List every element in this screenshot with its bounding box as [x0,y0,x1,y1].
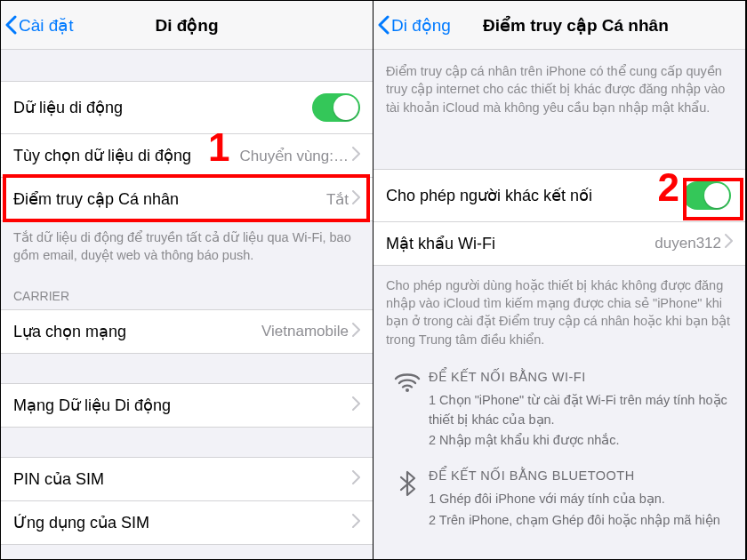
wifi-password-label: Mật khẩu Wi-Fi [386,234,655,253]
bt-inst-1: 1 Ghép đôi iPhone với máy tính của bạn. [429,490,733,509]
left-pane: Cài đặt Di động Dữ liệu di động Tùy chọn… [1,1,374,559]
wifi-icon [386,368,429,452]
hotspot-intro: Điểm truy cập cá nhân trên iPhone có thể… [374,50,745,127]
row-allow-others[interactable]: Cho phép người khác kết nối [374,169,745,222]
wifi-inst-1: 1 Chọn "iPhone" từ cài đặt Wi-Fi trên má… [429,391,733,430]
cellular-data-toggle[interactable] [312,93,360,122]
bluetooth-instructions: ĐỂ KẾT NỐI BẰNG BLUETOOTH 1 Ghép đôi iPh… [374,458,745,537]
row-data-options[interactable]: Tùy chọn dữ liệu di động Chuyển vùng:… [1,133,373,178]
row-cellular-data[interactable]: Dữ liệu di động [1,81,373,134]
row-wifi-password[interactable]: Mật khẩu Wi-Fi duyen312 [374,221,745,266]
bt-inst-title: ĐỂ KẾT NỐI BẰNG BLUETOOTH [429,467,733,486]
wifi-inst-title: ĐỂ KẾT NỐI BẰNG WI-FI [429,368,733,388]
chevron-right-icon [352,470,360,489]
allow-others-toggle[interactable] [683,181,731,210]
bt-inst-2: 2 Trên iPhone, chạm Ghép đôi hoặc nhập m… [429,511,733,531]
chevron-right-icon [352,147,360,165]
back-button[interactable]: Di động [377,15,451,36]
allow-note: Cho phép người dùng hoặc thiết bị khác k… [374,266,745,359]
row-network-selection[interactable]: Lựa chọn mạng Vietnamobile [1,309,373,354]
hotspot-value: Tắt [326,190,349,209]
navbar-left: Cài đặt Di động [1,1,373,50]
back-button[interactable]: Cài đặt [4,15,74,36]
sim-apps-label: Ứng dụng của SIM [13,513,352,532]
navbar-right: Di động Điểm truy cập Cá nhân [374,1,745,50]
cellular-data-label: Dữ liệu di động [13,98,312,117]
chevron-right-icon [352,514,360,532]
row-sim-apps[interactable]: Ứng dụng của SIM [1,500,373,545]
right-pane: Di động Điểm truy cập Cá nhân Điểm truy … [374,1,746,559]
svg-point-0 [406,388,409,392]
bluetooth-icon [386,467,429,532]
wifi-password-value: duyen312 [655,235,721,252]
data-options-label: Tùy chọn dữ liệu di động [13,146,240,165]
hotspot-label: Điểm truy cập Cá nhân [13,189,326,209]
back-label: Di động [391,15,451,36]
data-network-label: Mạng Dữ liệu Di động [13,396,352,415]
chevron-left-icon [4,15,17,35]
page-title: Di động [155,15,218,36]
chevron-right-icon [352,190,360,209]
sim-pin-label: PIN của SIM [13,469,352,489]
row-cellular-network[interactable]: Mạng Dữ liệu Di động [1,383,373,428]
chevron-right-icon [725,234,733,252]
data-options-value: Chuyển vùng:… [240,147,349,165]
chevron-left-icon [377,15,390,35]
allow-label: Cho phép người khác kết nối [386,186,683,205]
right-content: Điểm truy cập cá nhân trên iPhone có thể… [374,50,745,559]
left-content: Dữ liệu di động Tùy chọn dữ liệu di động… [1,50,373,559]
carrier-header: CARRIER [1,264,373,310]
network-value: Vietnamobile [261,323,349,340]
network-label: Lựa chọn mạng [13,322,261,341]
chevron-right-icon [352,323,360,341]
row-personal-hotspot[interactable]: Điểm truy cập Cá nhân Tắt [1,177,373,221]
cellular-footnote: Tắt dữ liệu di động để truyền tất cả dữ … [1,221,373,264]
wifi-instructions: ĐỂ KẾT NỐI BẰNG WI-FI 1 Chọn "iPhone" từ… [374,359,745,458]
wifi-inst-2: 2 Nhập mật khẩu khi được nhắc. [429,431,733,451]
page-title: Điểm truy cập Cá nhân [483,15,669,36]
chevron-right-icon [352,396,360,415]
row-sim-pin[interactable]: PIN của SIM [1,457,373,501]
back-label: Cài đặt [19,15,74,36]
